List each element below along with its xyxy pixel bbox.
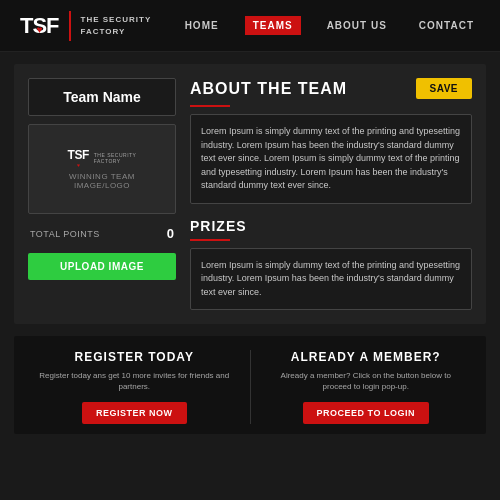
register-button[interactable]: REGISTER NOW — [82, 402, 187, 424]
tagline-line2: FACTORY — [81, 27, 126, 36]
about-underline — [190, 105, 230, 107]
save-label: SAVE — [430, 83, 459, 94]
tagline-line1: THE SECURITY — [81, 15, 152, 24]
about-header: ABOUT THE TEAM SAVE — [190, 78, 472, 99]
about-title: ABOUT THE TEAM — [190, 80, 347, 98]
upload-button[interactable]: UPLOAD IMAGE — [28, 253, 176, 280]
nav-home[interactable]: HOME — [179, 16, 225, 35]
footer-col-login: ALREADY A MEMBER? Already a member? Clic… — [266, 350, 467, 424]
mini-tag2: FACTORY — [94, 158, 121, 164]
team-mini-logo: TSF ♥ THE SECURITY FACTORY — [68, 148, 137, 168]
member-title: ALREADY A MEMBER? — [266, 350, 467, 364]
prizes-section: PRIZES Lorem Ipsum is simply dummy text … — [190, 218, 472, 311]
team-name-label: Team Name — [63, 89, 141, 105]
team-name-display: Team Name — [28, 78, 176, 116]
main-content: Team Name TSF ♥ THE SECURITY FACTORY WIN… — [14, 64, 486, 324]
mini-heart-icon: ♥ — [68, 162, 89, 168]
team-image-box: TSF ♥ THE SECURITY FACTORY WINNING TEAMI… — [28, 124, 176, 214]
image-placeholder-label: WINNING TEAMIMAGE/LOGO — [69, 172, 135, 190]
login-button[interactable]: PROCEED TO LOGIN — [303, 402, 429, 424]
points-row: TOTAL POINTS 0 — [28, 222, 176, 245]
points-label: TOTAL POINTS — [30, 229, 100, 239]
left-panel: Team Name TSF ♥ THE SECURITY FACTORY WIN… — [28, 78, 176, 310]
logo-tagline: THE SECURITY FACTORY — [81, 14, 152, 36]
register-desc: Register today ans get 10 more invites f… — [34, 370, 235, 392]
mini-logo-text: TSF — [68, 148, 89, 162]
nav: HOME TEAMS ABOUT US CONTACT — [179, 16, 480, 35]
nav-teams[interactable]: TEAMS — [245, 16, 301, 35]
upload-button-label: UPLOAD IMAGE — [60, 261, 144, 272]
prizes-underline — [190, 239, 230, 241]
points-value: 0 — [167, 226, 174, 241]
member-desc: Already a member? Click on the button be… — [266, 370, 467, 392]
mini-logo-tagline: THE SECURITY FACTORY — [94, 152, 137, 165]
heart-icon: ♥ — [37, 25, 42, 35]
right-panel: ABOUT THE TEAM SAVE Lorem Ipsum is simpl… — [190, 78, 472, 310]
prizes-text: Lorem Ipsum is simply dummy text of the … — [201, 260, 460, 297]
save-button[interactable]: SAVE — [416, 78, 473, 99]
login-button-label: PROCEED TO LOGIN — [317, 408, 415, 418]
logo-divider — [69, 11, 71, 41]
about-text: Lorem Ipsum is simply dummy text of the … — [201, 126, 460, 190]
nav-contact[interactable]: CONTACT — [413, 16, 480, 35]
header: TSF ♥ THE SECURITY FACTORY HOME TEAMS AB… — [0, 0, 500, 52]
prizes-title: PRIZES — [190, 218, 472, 234]
footer-divider — [250, 350, 251, 424]
register-title: REGISTER TODAY — [34, 350, 235, 364]
footer: REGISTER TODAY Register today ans get 10… — [14, 336, 486, 434]
logo-area: TSF ♥ THE SECURITY FACTORY — [20, 11, 151, 41]
mini-tag1: THE SECURITY — [94, 152, 137, 158]
nav-about[interactable]: ABOUT US — [321, 16, 393, 35]
register-button-label: REGISTER NOW — [96, 408, 173, 418]
logo-tsf: TSF ♥ — [20, 15, 59, 37]
about-text-box: Lorem Ipsum is simply dummy text of the … — [190, 114, 472, 204]
footer-col-register: REGISTER TODAY Register today ans get 10… — [34, 350, 235, 424]
mini-tsf-logo: TSF ♥ — [68, 148, 89, 168]
prizes-text-box: Lorem Ipsum is simply dummy text of the … — [190, 248, 472, 311]
